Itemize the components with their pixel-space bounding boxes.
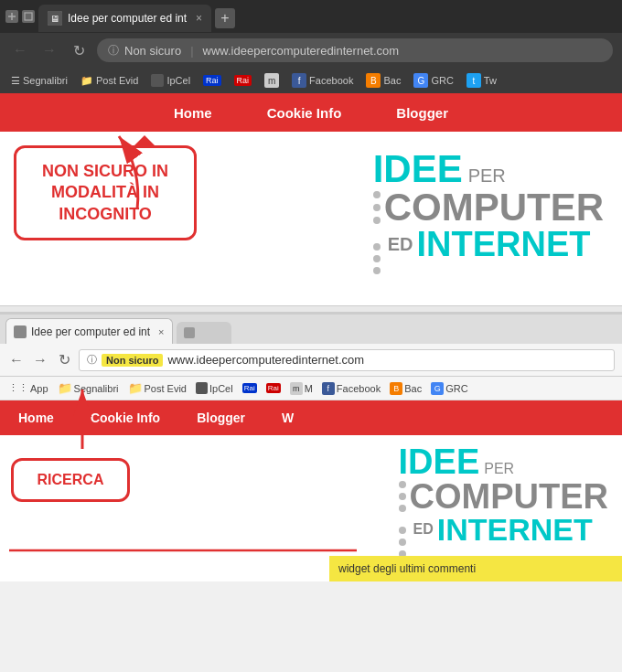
blogger-icon-bottom: B: [390, 382, 402, 395]
logo-per-top: PER: [468, 165, 506, 187]
google-icon: G: [413, 73, 428, 88]
logo-internet-row: ED INTERNET: [399, 514, 608, 558]
bookmark-post-bottom[interactable]: 📁 Post Evid: [125, 380, 189, 396]
bookmark-label: Facebook: [337, 383, 381, 394]
nav-home-top[interactable]: Home: [174, 105, 212, 121]
bookmark-apps[interactable]: ⋮⋮ App: [5, 381, 51, 395]
security-label-top: Non sicuro: [124, 44, 181, 58]
nav-w-bottom[interactable]: W: [282, 411, 294, 425]
logo-dots-2: [373, 243, 381, 274]
separator: |: [190, 44, 193, 58]
address-bar-bottom: ← → ↻ ⓘ Non sicuro www.ideepercomputered…: [0, 344, 622, 377]
logo-dots-4: [399, 527, 406, 558]
bookmark-grc[interactable]: G GRC: [410, 71, 456, 90]
bookmark-label: Bac: [404, 383, 422, 394]
bookmark-facebook-bottom[interactable]: f Facebook: [319, 381, 383, 396]
logo-dot: [373, 217, 381, 224]
widget-bar: widget degli ultimi commenti: [329, 556, 622, 581]
nav-home-bottom[interactable]: Home: [18, 411, 54, 425]
address-input-top[interactable]: ⓘ Non sicuro | www.ideepercomputeredinte…: [97, 38, 613, 62]
bookmark-rai-bottom[interactable]: Rai: [240, 382, 260, 394]
bookmark-blogger[interactable]: B Bac: [362, 71, 404, 90]
bookmark-label: Facebook: [309, 75, 353, 86]
active-tab[interactable]: 🖥 Idee per computer ed int ×: [38, 5, 211, 32]
logo-dots-top: [373, 191, 381, 224]
bookmark-m[interactable]: m: [261, 71, 283, 90]
tab-favicon: 🖥: [48, 11, 62, 26]
rai2-icon: Rai: [234, 75, 252, 86]
tab-bar-top: 🖥 Idee per computer ed int × +: [0, 0, 622, 33]
active-tab-bottom[interactable]: Idee per computer ed int ×: [5, 318, 173, 344]
address-url-top: www.ideepercomputeredinternet.com: [203, 44, 400, 58]
nav-cookie-top[interactable]: Cookie Info: [267, 105, 342, 121]
logo-dot: [373, 243, 381, 251]
callout-text-bottom: RICERCA: [38, 472, 104, 487]
bookmark-tw[interactable]: t Tw: [463, 71, 500, 90]
bookmark-label: Post Evid: [96, 75, 138, 86]
bookmark-label: Bac: [383, 75, 401, 86]
facebook-icon-bottom: f: [322, 382, 335, 395]
bookmark-m-bottom[interactable]: m M: [287, 381, 316, 396]
widget-text: widget degli ultimi commenti: [338, 562, 476, 575]
site-logo-bottom: IDEE PER COMPUTER ED INTE: [399, 444, 608, 558]
bookmark-segnalibri[interactable]: ☰ Segnalibri: [7, 73, 71, 89]
nav-blogger-bottom[interactable]: Blogger: [197, 411, 245, 425]
normal-browser: Idee per computer ed int × ← → ↻ ⓘ Non s…: [0, 313, 622, 581]
facebook-icon: f: [292, 73, 306, 88]
nav-blogger-top[interactable]: Blogger: [396, 105, 448, 121]
non-sicuro-badge: Non sicuro: [102, 354, 163, 367]
logo-ed-top: ED: [388, 235, 413, 253]
arrow-to-bookmarks: [55, 380, 110, 453]
bookmark-label: Tw: [484, 75, 497, 86]
site-content-top: NON SICURO IN MODALITÀ IN INCOGNITO IDEE…: [0, 132, 622, 305]
back-button-top[interactable]: ←: [9, 42, 31, 59]
address-input-bottom[interactable]: ⓘ Non sicuro www.ideepercomputeredintern…: [79, 349, 615, 371]
logo-dot: [373, 204, 381, 211]
logo-computer-bottom: COMPUTER: [399, 479, 608, 514]
window-control-2[interactable]: [22, 10, 35, 23]
bookmark-facebook[interactable]: f Facebook: [288, 71, 357, 90]
logo-ed-bottom: ED: [413, 522, 434, 537]
bookmark-rai2[interactable]: Rai: [231, 73, 256, 88]
tab-favicon-bottom: [14, 325, 27, 338]
forward-button-top[interactable]: →: [38, 42, 60, 59]
back-button-bottom[interactable]: ←: [7, 352, 26, 368]
tab-title-bottom: Idee per computer ed int: [31, 325, 150, 338]
incognito-browser: 🖥 Idee per computer ed int × + ← → ↻ ⓘ N…: [0, 0, 622, 305]
tab-close-bottom[interactable]: ×: [158, 326, 164, 337]
refresh-button-bottom[interactable]: ↻: [55, 351, 73, 368]
tab-close-button[interactable]: ×: [196, 12, 202, 25]
forward-button-bottom[interactable]: →: [31, 352, 49, 368]
logo-internet-top: ED INTERNET: [388, 227, 591, 261]
window-control[interactable]: [5, 10, 18, 23]
rai2-icon-bottom: Rai: [266, 383, 281, 393]
inactive-tab-bottom[interactable]: [177, 322, 231, 344]
bookmark-rai2-bottom[interactable]: Rai: [263, 382, 284, 394]
bookmark-rai1[interactable]: Rai: [199, 73, 225, 88]
bookmark-post[interactable]: 📁 Post Evid: [77, 73, 142, 89]
bookmark-label: GRC: [445, 383, 467, 394]
logo-idee-bottom: IDEE: [399, 444, 480, 479]
m-icon: m: [264, 73, 279, 88]
bookmark-ipcel[interactable]: IpCel: [147, 72, 194, 89]
bookmark-bac-bottom[interactable]: B Bac: [387, 381, 424, 396]
refresh-button-top[interactable]: ↻: [68, 42, 90, 59]
logo-internet-bottom: ED INTERNET: [413, 514, 593, 545]
folder-icon: 📁: [80, 75, 93, 87]
svg-text:🖥: 🖥: [50, 14, 59, 24]
logo-idee-top: IDEE: [373, 150, 463, 188]
twitter-icon: t: [466, 73, 481, 88]
logo-dot: [399, 481, 406, 488]
logo-dots-3: [399, 481, 406, 512]
logo-dot: [373, 191, 381, 198]
logo-dot: [399, 493, 406, 500]
bookmark-label: M: [305, 383, 313, 394]
bookmark-grc-bottom[interactable]: G GRC: [428, 381, 470, 396]
bookmark-label: Segnalibri: [23, 75, 68, 86]
bookmark-ipcel-bottom[interactable]: IpCel: [193, 381, 236, 395]
new-tab-button[interactable]: +: [215, 8, 235, 28]
ipcel-icon-bottom: [196, 382, 208, 394]
address-bar-top: ← → ↻ ⓘ Non sicuro | www.ideepercomputer…: [0, 33, 622, 68]
bookmarks-bar-top: ☰ Segnalibri 📁 Post Evid IpCel Rai Rai m…: [0, 68, 622, 93]
bookmark-label: App: [30, 383, 48, 394]
